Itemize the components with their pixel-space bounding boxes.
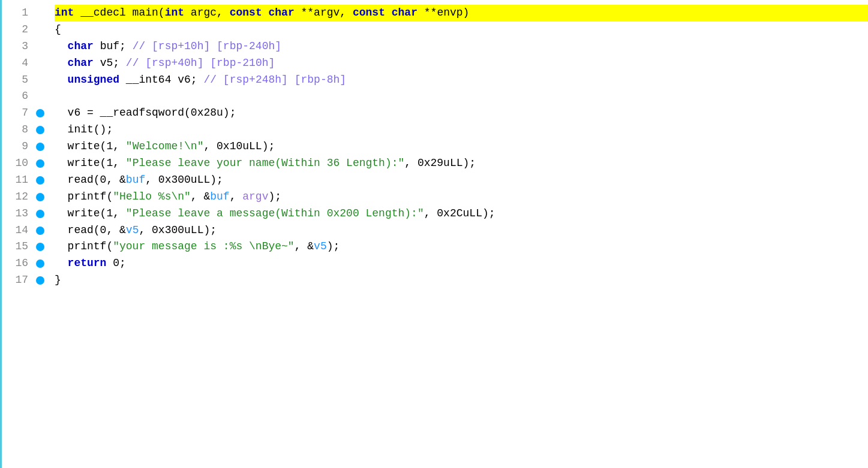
plain-text: ); xyxy=(268,189,281,206)
plain-text: , & xyxy=(295,238,314,255)
breakpoint-empty xyxy=(36,59,44,68)
breakpoint-slot[interactable] xyxy=(33,5,47,22)
plain-text xyxy=(55,72,68,89)
breakpoint-slot[interactable] xyxy=(33,22,47,38)
breakpoint-dot xyxy=(36,193,44,201)
plain-text: write(1, xyxy=(55,138,126,155)
code-line: init(); xyxy=(55,122,868,138)
variable: v5 xyxy=(314,238,327,255)
code-line: char v5; // [rsp+40h] [rbp-210h] xyxy=(55,55,868,72)
line-number: 15 xyxy=(4,238,28,255)
breakpoint-dot xyxy=(36,109,44,117)
code-line: printf("Hello %s\n", &buf, argv); xyxy=(55,189,868,206)
line-number: 12 xyxy=(4,189,28,206)
breakpoint-dot xyxy=(36,176,44,185)
breakpoint-dot xyxy=(36,276,44,285)
parameter: argv xyxy=(242,189,268,206)
breakpoint-empty xyxy=(36,92,44,101)
keyword: const xyxy=(230,5,262,22)
plain-text: 0; xyxy=(106,255,125,272)
code-line: return 0; xyxy=(55,255,868,272)
keyword-highlighted: int xyxy=(55,5,74,22)
breakpoint-slot[interactable] xyxy=(33,206,47,222)
breakpoint-dot xyxy=(36,210,44,218)
line-number: 1 xyxy=(4,5,28,22)
line-number: 13 xyxy=(4,206,28,222)
plain-text: , xyxy=(230,189,243,206)
plain-text xyxy=(262,5,269,22)
code-line: char buf; // [rsp+10h] [rbp-240h] xyxy=(55,38,868,55)
variable: buf xyxy=(126,172,145,189)
keyword: unsigned xyxy=(68,72,119,89)
code-line: write(1, "Please leave a message(Within … xyxy=(55,206,868,222)
plain-text: , 0x29uLL); xyxy=(404,155,476,172)
comment: // [rsp+40h] [rbp-210h] xyxy=(126,55,275,72)
breakpoint-slot[interactable] xyxy=(33,55,47,72)
variable: buf xyxy=(210,189,229,206)
plain-text: , 0x300uLL); xyxy=(139,222,217,239)
line-number: 7 xyxy=(4,105,28,122)
string-literal: "Please leave a message(Within 0x200 Len… xyxy=(126,206,424,222)
line-number: 17 xyxy=(4,272,28,289)
variable: v5 xyxy=(126,222,139,239)
code-line xyxy=(55,88,868,105)
line-number: 14 xyxy=(4,222,28,239)
breakpoint-slot[interactable] xyxy=(33,272,47,289)
breakpoint-slot[interactable] xyxy=(33,138,47,155)
plain-text: **argv, xyxy=(295,5,353,22)
plain-text: write(1, xyxy=(55,206,126,222)
code-line: } xyxy=(55,272,868,289)
plain-text: v5; xyxy=(94,55,126,72)
plain-text: { xyxy=(55,22,61,38)
plain-text: argc, xyxy=(184,5,230,22)
plain-text: __int64 v6; xyxy=(119,72,203,89)
breakpoint-slot[interactable] xyxy=(33,72,47,89)
breakpoint-dot xyxy=(36,227,44,235)
line-number: 4 xyxy=(4,55,28,72)
code-line: unsigned __int64 v6; // [rsp+248h] [rbp-… xyxy=(55,72,868,89)
breakpoint-slot[interactable] xyxy=(33,88,47,105)
plain-text xyxy=(55,55,68,72)
code-line: write(1, "Welcome!\n", 0x10uLL); xyxy=(55,138,868,155)
comment: // [rsp+10h] [rbp-240h] xyxy=(133,38,281,55)
plain-text: buf; xyxy=(94,38,133,55)
breakpoint-slot[interactable] xyxy=(33,155,47,172)
breakpoint-slot[interactable] xyxy=(33,222,47,239)
code-content: int __cdecl main(int argc, const char **… xyxy=(47,5,868,463)
plain-text: **envp) xyxy=(418,5,469,22)
breakpoint-slot[interactable] xyxy=(33,122,47,138)
breakpoint-dot xyxy=(36,259,44,268)
breakpoint-slot[interactable] xyxy=(33,238,47,255)
breakpoint-slot[interactable] xyxy=(33,255,47,272)
code-line: v6 = __readfsqword(0x28u); xyxy=(55,105,868,122)
keyword: const xyxy=(353,5,385,22)
comment: // [rsp+248h] [rbp-8h] xyxy=(203,72,346,89)
plain-text: ); xyxy=(327,238,340,255)
line-number: 5 xyxy=(4,72,28,89)
plain-text: printf( xyxy=(55,238,113,255)
code-editor: 1234567891011121314151617 int __cdecl ma… xyxy=(0,0,868,468)
keyword: char xyxy=(392,5,418,22)
plain-text: read(0, & xyxy=(55,222,126,239)
code-line: read(0, &v5, 0x300uLL); xyxy=(55,222,868,239)
plain-text: v6 = __readfsqword(0x28u); xyxy=(55,105,236,122)
line-number: 6 xyxy=(4,88,28,105)
line-number: 16 xyxy=(4,255,28,272)
breakpoint-slot[interactable] xyxy=(33,189,47,206)
line-number: 10 xyxy=(4,155,28,172)
keyword-highlighted: int xyxy=(165,5,184,22)
breakpoint-slot[interactable] xyxy=(33,38,47,55)
plain-text: __cdecl main( xyxy=(74,5,164,22)
breakpoint-empty xyxy=(36,9,44,17)
breakpoint-slot[interactable] xyxy=(33,172,47,189)
breakpoint-dot xyxy=(36,243,44,251)
plain-text: read(0, & xyxy=(55,172,126,189)
keyword: char xyxy=(68,55,94,72)
plain-text xyxy=(385,5,392,22)
string-literal: "your message is :%s \nBye~" xyxy=(113,238,294,255)
plain-text xyxy=(55,38,68,55)
breakpoint-slot[interactable] xyxy=(33,105,47,122)
line-number: 2 xyxy=(4,22,28,38)
plain-text: , 0x10uLL); xyxy=(203,138,275,155)
keyword: char xyxy=(68,38,94,55)
